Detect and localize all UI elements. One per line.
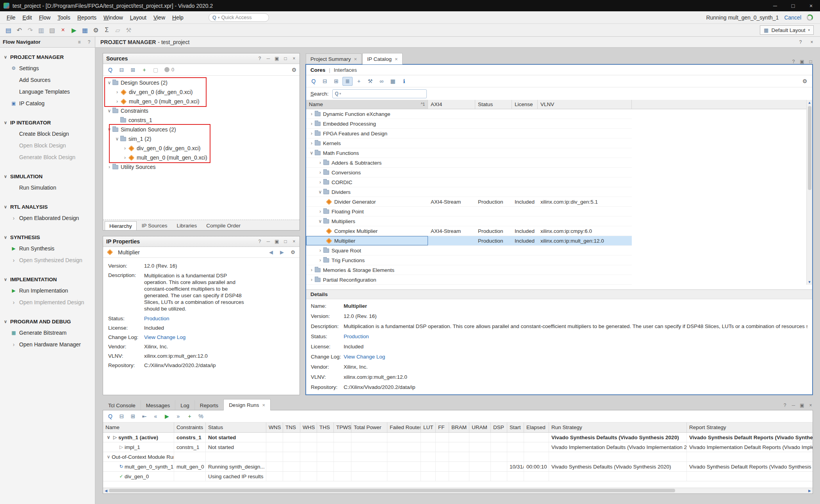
reset-runs-icon[interactable]: ⇤ <box>139 412 149 421</box>
float-icon[interactable]: ▣ <box>800 59 804 64</box>
tab-project-summary[interactable]: Project Summary× <box>306 53 362 64</box>
percent-icon[interactable]: % <box>196 412 206 421</box>
catalog-search-input[interactable] <box>342 91 424 97</box>
catalog-vertical-scrollbar[interactable]: ▲ ▼ <box>806 100 812 285</box>
maximize-icon[interactable]: □ <box>808 59 813 64</box>
flow-section-header-project-manager[interactable]: ∨PROJECT MANAGER <box>0 51 95 62</box>
tree-item-utility-sources[interactable]: ›Utility Sources <box>103 162 299 172</box>
chevron-right-icon[interactable]: › <box>317 257 323 263</box>
subtab-interfaces[interactable]: Interfaces <box>334 67 357 73</box>
messages-filter[interactable]: 0 <box>164 67 174 73</box>
catalog-search-box[interactable]: Q ▾ <box>332 89 427 98</box>
quick-access-search[interactable]: Q ▾ Quick Access <box>209 13 269 22</box>
add-repository-icon[interactable]: + <box>354 77 364 86</box>
chevron-right-icon[interactable]: › <box>317 248 323 253</box>
chevron-down-icon[interactable]: ∨ <box>106 127 112 132</box>
menu-help[interactable]: Help <box>169 13 187 22</box>
menu-flow[interactable]: Flow <box>36 13 54 22</box>
undo-icon[interactable]: ↶ <box>14 25 25 35</box>
tab-hierarchy[interactable]: Hierarchy <box>105 221 137 230</box>
window-close-button[interactable]: × <box>802 0 820 11</box>
settings-gear-icon[interactable]: ⚙ <box>91 25 101 35</box>
help-icon[interactable]: ? <box>797 39 804 45</box>
run-row-out-of-context-module-runs[interactable]: ∨Out-of-Context Module Runs <box>103 452 813 462</box>
flow-item-open-elaborated-design[interactable]: ›Open Elaborated Design <box>0 212 95 224</box>
column-header-failed-routes[interactable]: Failed Routes <box>387 422 421 432</box>
paste-icon[interactable]: ▧ <box>47 25 57 35</box>
run-row-impl-1[interactable]: ▷impl_1constrs_1Not startedVivado Implem… <box>103 442 813 452</box>
tree-item-sim-1[interactable]: ∨sim_1 (2) <box>103 134 299 144</box>
catalog-row-fpga-features-and-design[interactable]: ›FPGA Features and Design <box>306 129 632 138</box>
help-icon[interactable]: ? <box>257 56 262 61</box>
flow-item-run-synthesis[interactable]: ▶Run Synthesis <box>0 243 95 254</box>
flow-item-language-templates[interactable]: Language Templates <box>0 86 95 98</box>
tab-design-runs[interactable]: Design Runs× <box>223 399 271 410</box>
column-header-license[interactable]: License <box>512 100 538 109</box>
column-header-whs[interactable]: WHS <box>300 422 317 432</box>
menu-icon[interactable]: ≡ <box>76 39 82 45</box>
help-icon[interactable]: ? <box>783 403 787 408</box>
link-icon[interactable]: ∞ <box>376 77 387 86</box>
menu-layout[interactable]: Layout <box>127 13 150 22</box>
tree-item-constrs-1[interactable]: constrs_1 <box>103 115 299 125</box>
close-icon[interactable]: × <box>262 402 265 408</box>
chevron-down-icon[interactable]: ∨ <box>317 189 323 195</box>
catalog-row-partial-reconfiguration[interactable]: ›Partial Reconfiguration <box>306 275 632 285</box>
column-header-axi4[interactable]: AXI4 <box>428 100 475 109</box>
run-row-mult-gen-0-synth-1[interactable]: ↻mult_gen_0_synth_1mult_gen_0Running syn… <box>103 462 813 472</box>
flow-section-header-program-and-debug[interactable]: ∨PROGRAM AND DEBUG <box>0 316 95 327</box>
scroll-down-icon[interactable]: ▼ <box>808 279 811 285</box>
window-minimize-button[interactable]: ─ <box>766 0 784 11</box>
column-header-name[interactable]: Name <box>103 422 174 432</box>
catalog-row-complex-multiplier[interactable]: Complex MultiplierAXI4-StreamProductionI… <box>306 226 632 236</box>
chevron-right-icon[interactable]: › <box>308 121 315 126</box>
close-icon[interactable]: × <box>292 239 296 244</box>
minimize-icon[interactable]: ─ <box>791 403 796 408</box>
abort-icon[interactable]: × <box>58 25 68 35</box>
column-header-tns[interactable]: TNS <box>283 422 300 432</box>
close-icon[interactable]: × <box>808 403 813 408</box>
link-view-change-log[interactable]: View Change Log <box>144 334 185 340</box>
chevron-down-icon[interactable]: ∨ <box>106 108 112 114</box>
column-header-status[interactable]: Status <box>475 100 512 109</box>
tree-item-mult-gen-0[interactable]: ›mult_gen_0 (mult_gen_0.xci) <box>103 153 299 162</box>
chevron-down-icon[interactable]: ∨ <box>105 435 112 440</box>
column-header-status[interactable]: Status <box>206 422 266 432</box>
info-icon[interactable]: ℹ <box>399 77 409 86</box>
tree-item-design-sources[interactable]: ∨Design Sources (2) <box>103 78 299 87</box>
close-icon[interactable]: × <box>354 56 357 62</box>
scroll-thumb[interactable] <box>808 106 811 190</box>
flow-item-open-implemented-design[interactable]: ›Open Implemented Design <box>0 296 95 308</box>
tree-item-mult-gen-0[interactable]: ›mult_gen_0 (mult_gen_0.xci) <box>103 97 299 106</box>
edit-icon[interactable]: ▱ <box>112 25 123 35</box>
maximize-icon[interactable]: □ <box>283 56 288 61</box>
collapse-all-icon[interactable]: ⊟ <box>117 66 127 74</box>
close-icon[interactable]: × <box>809 39 815 45</box>
chevron-right-icon[interactable]: › <box>122 155 128 160</box>
customize-icon[interactable]: ⚒ <box>365 77 375 86</box>
window-maximize-button[interactable]: □ <box>784 0 802 11</box>
column-header-ths[interactable]: THS <box>317 422 334 432</box>
flow-item-settings[interactable]: ⚙Settings <box>0 62 95 74</box>
scroll-right-icon[interactable]: ▶ <box>807 489 813 493</box>
tab-ip-catalog[interactable]: IP Catalog× <box>362 53 402 64</box>
flow-item-open-hardware-manager[interactable]: ›Open Hardware Manager <box>0 339 95 350</box>
menu-window[interactable]: Window <box>100 13 127 22</box>
catalog-row-trig-functions[interactable]: ›Trig Functions <box>306 256 632 265</box>
search-icon[interactable]: Q <box>105 66 115 74</box>
link-production[interactable]: Production <box>144 316 169 321</box>
chevron-right-icon[interactable]: › <box>308 131 315 136</box>
tab-libraries[interactable]: Libraries <box>173 221 201 230</box>
flow-item-ip-catalog[interactable]: ▣IP Catalog <box>0 98 95 109</box>
chevron-right-icon[interactable]: › <box>308 267 315 273</box>
catalog-row-multiplier[interactable]: MultiplierProductionIncludedxilinx.com:i… <box>306 236 632 246</box>
step-forward-icon[interactable]: » <box>173 412 183 421</box>
forward-icon[interactable]: ▶ <box>279 249 285 255</box>
help-icon[interactable]: ? <box>791 59 796 64</box>
chevron-right-icon[interactable]: › <box>308 140 315 146</box>
minimize-icon[interactable]: ─ <box>266 239 271 244</box>
search-icon[interactable]: Q <box>308 77 319 86</box>
launch-runs-icon[interactable]: ▶ <box>162 412 172 421</box>
run-row-div-gen-0[interactable]: ✓div_gen_0Using cached IP results <box>103 472 813 481</box>
catalog-row-memories-storage-elements[interactable]: ›Memories & Storage Elements <box>306 265 632 275</box>
